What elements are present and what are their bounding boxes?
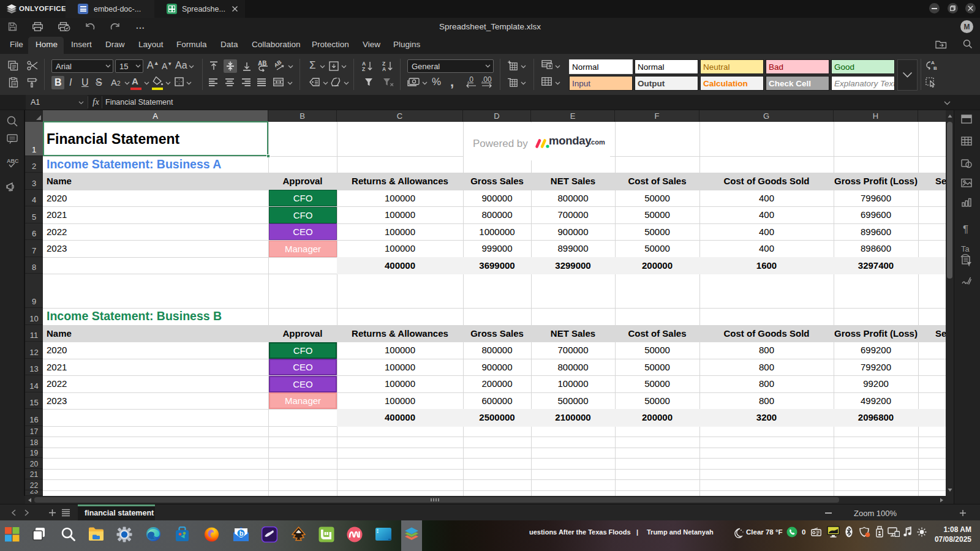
svg-text:AB: AB	[275, 61, 283, 69]
svg-text:B: B	[933, 66, 937, 70]
svg-text:Z: Z	[362, 66, 365, 72]
svg-text:b: b	[239, 530, 244, 537]
svg-text:A: A	[931, 60, 935, 66]
svg-text:A: A	[382, 66, 386, 72]
svg-text:ABC: ABC	[7, 158, 19, 164]
